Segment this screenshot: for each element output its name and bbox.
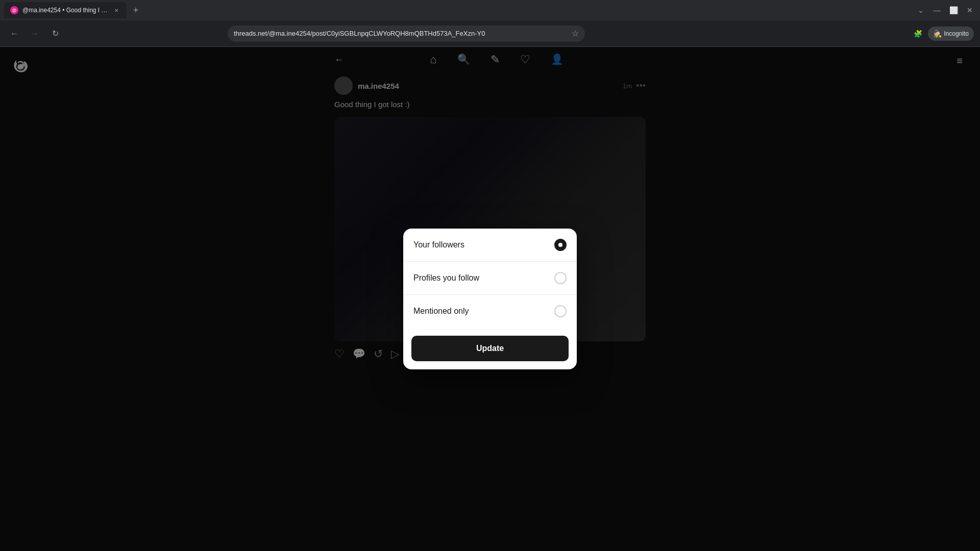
tab-bar: @ @ma.ine4254 • Good thing I go... ✕ + ⌄… [0,0,980,20]
reply-settings-modal: Your followers Profiles you follow Menti… [403,229,577,369]
mentioned-only-radio[interactable] [554,305,567,317]
your-followers-option[interactable]: Your followers [403,229,577,262]
profiles-you-follow-radio[interactable] [554,272,567,284]
profiles-you-follow-option[interactable]: Profiles you follow [403,262,577,295]
tab-title: @ma.ine4254 • Good thing I go... [22,7,108,14]
update-button[interactable]: Update [411,336,569,361]
nav-bar: ← → ↻ threads.net/@ma.ine4254/post/C0yiS… [0,20,980,47]
modal-overlay[interactable]: Your followers Profiles you follow Menti… [0,47,980,551]
tab-list-button[interactable]: ⌄ [915,4,927,16]
profiles-you-follow-label: Profiles you follow [413,273,479,283]
reload-button[interactable]: ↻ [47,26,63,42]
back-nav-button[interactable]: ← [6,26,22,42]
incognito-icon: 🕵 [933,30,942,38]
page-content: ← ⌂ 🔍 ✎ ♡ 👤 ma.ine4254 1m ••• Good thing [0,47,980,551]
tab-close-button[interactable]: ✕ [112,6,120,14]
active-tab[interactable]: @ @ma.ine4254 • Good thing I go... ✕ [4,2,127,18]
mentioned-only-option[interactable]: Mentioned only [403,295,577,328]
close-window-button[interactable]: ✕ [964,4,976,16]
browser-frame: @ @ma.ine4254 • Good thing I go... ✕ + ⌄… [0,0,980,551]
nav-right-controls: 🧩 🕵 Incognito [910,26,974,42]
new-tab-button[interactable]: + [129,3,143,17]
maximize-button[interactable]: ⬜ [947,4,960,16]
tab-favicon: @ [10,6,18,14]
url-display: threads.net/@ma.ine4254/post/C0yiSGBLnpq… [234,30,568,37]
incognito-label: Incognito [944,30,969,37]
extensions-icon[interactable]: 🧩 [910,26,926,42]
your-followers-label: Your followers [413,240,464,249]
forward-nav-button[interactable]: → [27,26,43,42]
tab-controls: ⌄ — ⬜ ✕ [915,4,976,16]
mentioned-only-label: Mentioned only [413,307,469,316]
bookmark-icon[interactable]: ☆ [572,29,579,38]
your-followers-radio[interactable] [554,239,567,251]
address-bar[interactable]: threads.net/@ma.ine4254/post/C0yiSGBLnpq… [228,26,585,42]
incognito-badge: 🕵 Incognito [928,27,974,41]
minimize-button[interactable]: — [931,4,943,16]
